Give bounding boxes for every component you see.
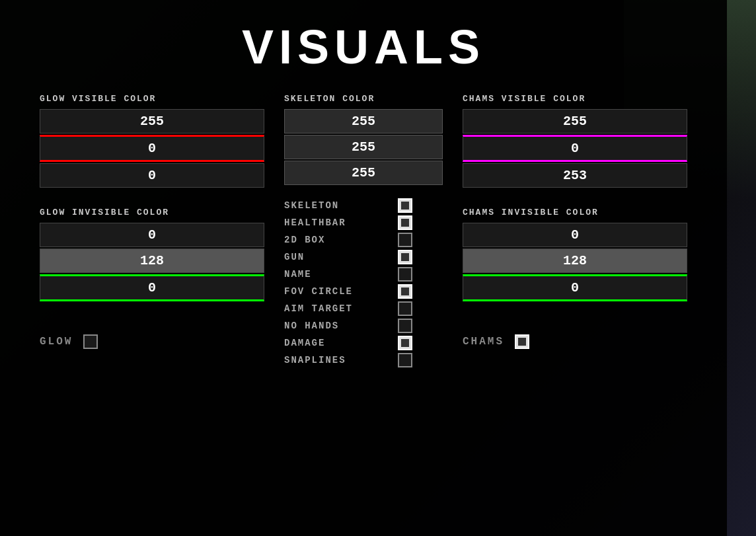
glow-invisible-g-input[interactable] [40,249,264,273]
toggle-checkbox-fov_circle[interactable] [398,284,412,299]
toggle-row-aim_target: AIM TARGET [284,301,443,316]
right-column: CHAMS VISIBLE COLOR CHAMS INVISIBLE COLO… [463,94,687,370]
glow-visible-b-input[interactable] [40,163,264,188]
page-title: VISUALS [40,13,687,74]
middle-column: SKELETON COLOR SKELETONHEALTHBAR2D BOXGU… [284,94,443,370]
skeleton-g-input[interactable] [284,135,443,159]
toggle-row-snaplines: SNAPLINES [284,353,443,367]
toggle-checkbox-healthbar[interactable] [398,215,412,230]
toggle-row-damage: DAMAGE [284,336,443,350]
toggle-label-name: NAME [284,269,390,280]
glow-visible-r-input[interactable] [40,109,264,134]
chams-visible-g-input[interactable] [463,135,687,162]
toggle-checkbox-2d_box[interactable] [398,233,412,247]
chams-invisible-r-input[interactable] [463,223,687,247]
chams-toggle-label: CHAMS [463,336,504,348]
chams-visible-b-input[interactable] [463,163,687,188]
chams-toggle-checkbox[interactable] [515,334,529,349]
toggle-label-2d_box: 2D BOX [284,235,390,245]
toggle-row-name: NAME [284,267,443,282]
toggle-label-gun: GUN [284,252,390,262]
skeleton-b-input[interactable] [284,161,443,185]
left-column: GLOW VISIBLE COLOR GLOW INVISIBLE COLOR [40,94,264,370]
toggle-label-snaplines: SNAPLINES [284,355,390,365]
toggle-label-aim_target: AIM TARGET [284,303,390,314]
skeleton-color-inputs [284,109,443,185]
chams-invisible-label: CHAMS INVISIBLE COLOR [463,208,687,217]
chams-visible-label: CHAMS VISIBLE COLOR [463,94,687,104]
main-panel: VISUALS GLOW VISIBLE COLOR GLOW INVISIBL… [0,0,727,536]
toggle-checkbox-gun[interactable] [398,250,412,264]
toggle-row-no_hands: NO HANDS [284,319,443,333]
glow-invisible-b-input[interactable] [40,274,264,301]
skeleton-color-section: SKELETON COLOR [284,94,443,185]
glow-visible-g-input[interactable] [40,135,264,162]
glow-invisible-inputs [40,223,264,301]
chams-invisible-b-input[interactable] [463,274,687,301]
toggles-section: SKELETONHEALTHBAR2D BOXGUNNAMEFOV CIRCLE… [284,198,443,370]
toggle-label-no_hands: NO HANDS [284,321,390,331]
toggle-label-damage: DAMAGE [284,338,390,348]
chams-visible-section: CHAMS VISIBLE COLOR [463,94,687,188]
glow-invisible-label: GLOW INVISIBLE COLOR [40,208,264,217]
toggle-label-fov_circle: FOV CIRCLE [284,286,390,297]
chams-invisible-inputs [463,223,687,301]
toggle-checkbox-aim_target[interactable] [398,301,412,316]
toggle-row-2d_box: 2D BOX [284,233,443,247]
chams-visible-inputs [463,109,687,188]
toggle-row-healthbar: HEALTHBAR [284,215,443,230]
glow-toggle-label: GLOW [40,336,73,348]
glow-toggle-row: GLOW [40,334,264,349]
toggle-checkbox-name[interactable] [398,267,412,282]
glow-invisible-section: GLOW INVISIBLE COLOR [40,208,264,301]
chams-invisible-section: CHAMS INVISIBLE COLOR [463,208,687,301]
toggle-label-skeleton: SKELETON [284,200,390,211]
toggle-row-gun: GUN [284,250,443,264]
glow-visible-inputs [40,109,264,188]
toggle-checkbox-no_hands[interactable] [398,319,412,333]
toggle-checkbox-damage[interactable] [398,336,412,350]
glow-toggle-checkbox[interactable] [83,334,98,349]
glow-visible-section: GLOW VISIBLE COLOR [40,94,264,188]
skeleton-r-input[interactable] [284,109,443,134]
toggle-checkbox-snaplines[interactable] [398,353,412,367]
glow-invisible-r-input[interactable] [40,223,264,247]
toggle-row-fov_circle: FOV CIRCLE [284,284,443,299]
chams-invisible-g-input[interactable] [463,249,687,273]
chams-visible-r-input[interactable] [463,109,687,134]
toggle-checkbox-skeleton[interactable] [398,198,412,213]
toggle-row-skeleton: SKELETON [284,198,443,213]
glow-visible-label: GLOW VISIBLE COLOR [40,94,264,104]
skeleton-color-label: SKELETON COLOR [284,94,443,104]
chams-toggle-row: CHAMS [463,334,687,349]
toggle-label-healthbar: HEALTHBAR [284,217,390,228]
